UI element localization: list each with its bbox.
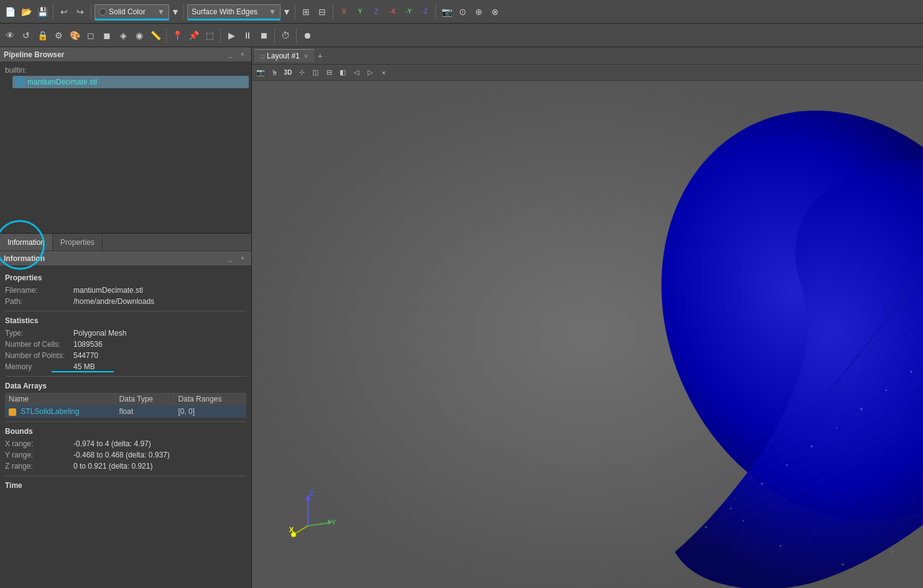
col-name-header: Name	[5, 393, 115, 405]
select2-icon[interactable]: ◻	[83, 28, 98, 43]
path-value: /home/andre/Downloads	[73, 297, 154, 306]
sep9	[274, 28, 275, 43]
location-icon[interactable]: 📍	[170, 28, 185, 43]
table-row[interactable]: STLSolidLabeling float [0, 0]	[5, 405, 246, 418]
points-row: Number of Points: 544770	[5, 350, 246, 361]
info-minimize-icon[interactable]: _	[225, 254, 235, 264]
svg-rect-0	[17, 79, 23, 85]
divider1	[5, 311, 246, 311]
vp-orient-icon[interactable]: ◫	[309, 67, 322, 79]
array-name-value: STLSolidLabeling	[21, 407, 79, 416]
annotate-icon[interactable]: 📌	[186, 28, 201, 43]
cells-row: Number of Cells: 1089536	[5, 339, 246, 350]
path-label: Path:	[5, 297, 73, 306]
select3-icon[interactable]: ◼	[100, 28, 114, 43]
vp-camera-icon[interactable]: 📷	[254, 67, 267, 79]
sep7	[166, 28, 167, 43]
sep10	[296, 28, 297, 43]
ruler-icon[interactable]: 📏	[148, 28, 163, 43]
info-close-icon[interactable]: ×	[238, 254, 248, 264]
vp-close2-icon[interactable]: ×	[378, 67, 390, 79]
camera-icon[interactable]: 📷	[439, 4, 454, 19]
axis-neg-x-icon[interactable]: -X	[385, 4, 400, 19]
y-range-value: -0.468 to 0.468 (delta: 0.937)	[73, 451, 170, 459]
svg-point-5	[811, 446, 813, 448]
vp-interact-icon[interactable]: 🖱	[268, 67, 281, 79]
filter-icon[interactable]: ⚙	[51, 28, 66, 43]
axis-z-icon[interactable]: Z	[369, 4, 384, 19]
col-ranges-header: Data Ranges	[174, 393, 246, 405]
vp-prev-icon[interactable]: ◁	[350, 67, 363, 79]
stop-icon[interactable]: ⏹	[256, 28, 271, 43]
paint-icon[interactable]: 🎨	[67, 28, 82, 43]
select-icon[interactable]: ⊗	[488, 4, 503, 19]
cells-label: Number of Cells:	[5, 340, 73, 349]
select5-icon[interactable]: ◉	[132, 28, 147, 43]
restore-icon[interactable]: ⊟	[315, 4, 330, 19]
info-panel-header: Information _ ×	[0, 251, 251, 266]
tab-properties[interactable]: Properties	[53, 234, 103, 250]
select4-icon[interactable]: ◈	[116, 28, 131, 43]
viewport-tab-layout1[interactable]: □ Layout #1 ×	[254, 49, 314, 62]
svg-point-17	[743, 520, 744, 521]
info-tab-bar: Information Properties	[0, 234, 251, 251]
sep6	[435, 4, 436, 19]
add-viewport-tab[interactable]: +	[314, 50, 327, 62]
play-icon[interactable]: ▶	[224, 28, 239, 43]
viewport-tab-close[interactable]: ×	[304, 53, 308, 60]
new-file-icon[interactable]: 📄	[2, 4, 17, 19]
reset-icon[interactable]: ↺	[19, 28, 34, 43]
vp-axes-icon[interactable]: ⊹	[295, 67, 308, 79]
vp-next-icon[interactable]: ▷	[364, 67, 376, 79]
sep5	[333, 4, 333, 19]
vp-split-h-icon[interactable]: ⊟	[323, 67, 335, 79]
undo-icon[interactable]: ↩	[57, 4, 72, 19]
render-arrow-icon[interactable]: ▼	[282, 4, 292, 19]
divider3	[5, 421, 246, 422]
zoom-fit-icon[interactable]: ⊕	[471, 4, 486, 19]
reset-camera-icon[interactable]: ⊙	[455, 4, 470, 19]
viewport-tab-label: Layout #1	[267, 52, 300, 60]
memory-row: Memory 45 MB	[5, 361, 246, 372]
redo-icon[interactable]: ↪	[73, 4, 88, 19]
sep8	[220, 28, 221, 43]
svg-point-18	[780, 545, 781, 546]
pipeline-header-icons: _ ×	[225, 50, 248, 60]
record-icon[interactable]: ⏺	[300, 28, 315, 43]
array-name-cell: STLSolidLabeling	[5, 405, 115, 418]
svg-point-19	[842, 564, 844, 566]
pause-icon[interactable]: ⏸	[240, 28, 255, 43]
maximize-icon[interactable]: ⊞	[299, 4, 313, 19]
type-label: Type:	[5, 329, 73, 338]
tab-information[interactable]: Information	[0, 234, 53, 250]
lock-icon[interactable]: 🔒	[35, 28, 50, 43]
eye-icon[interactable]: 👁	[2, 28, 17, 43]
data-arrays-table: Name Data Type Data Ranges STLSolidLabel…	[5, 393, 246, 418]
box-icon[interactable]: ⬚	[202, 28, 217, 43]
axis-neg-y-icon[interactable]: -Y	[401, 4, 416, 19]
pipeline-file-icon	[15, 77, 25, 87]
open-file-icon[interactable]: 📂	[19, 4, 34, 19]
save-icon[interactable]: 💾	[35, 4, 50, 19]
pipeline-file-item[interactable]: mantiumDecimate.stl	[12, 76, 249, 88]
pipeline-close-icon[interactable]: ×	[238, 50, 248, 60]
axis-x-icon[interactable]: X	[336, 4, 351, 19]
properties-section-title: Properties	[5, 272, 246, 282]
clock-icon[interactable]: ⏱	[278, 28, 293, 43]
pipeline-browser: Pipeline Browser _ × builtin: mantiumD	[0, 47, 251, 234]
pipeline-minimize-icon[interactable]: _	[225, 50, 235, 60]
info-header-icons: _ ×	[225, 254, 248, 264]
array-icon	[9, 408, 16, 416]
viewport-canvas[interactable]: Z Y X	[252, 81, 923, 588]
svg-point-6	[836, 427, 837, 428]
render-dropdown[interactable]: Surface With Edges ▼	[187, 4, 281, 19]
filename-value: mantiumDecimate.stl	[73, 286, 143, 295]
axis-neg-z-icon[interactable]: -Z	[417, 4, 432, 19]
axis-y-icon[interactable]: Y	[353, 4, 368, 19]
vp-3d-icon[interactable]: 3D	[282, 67, 294, 79]
vp-chart-icon[interactable]: ◧	[336, 67, 349, 79]
svg-line-33	[295, 526, 308, 533]
axis-indicator: Z Y X	[289, 489, 339, 538]
dropdown-arrow-icon[interactable]: ▼	[170, 4, 180, 19]
color-dropdown[interactable]: Solid Color ▼	[95, 4, 169, 19]
